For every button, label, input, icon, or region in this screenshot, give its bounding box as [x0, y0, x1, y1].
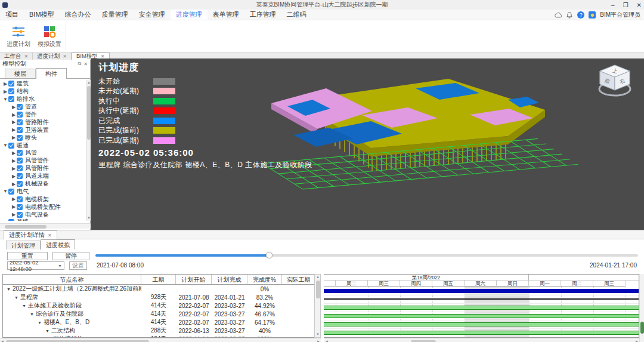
menu-item-6[interactable]: 表单管理 — [208, 10, 244, 20]
gantt-horizontal-scrollbar[interactable]: ◄ ► — [324, 338, 639, 342]
expand-icon[interactable]: ▶ — [11, 204, 17, 209]
table-row[interactable]: ▼二次结构288天2022-06-132023-03-2740% — [3, 326, 320, 335]
checkbox-checked[interactable] — [17, 104, 23, 110]
timeline-slider[interactable] — [95, 254, 638, 257]
tab-close-icon[interactable]: ✕ — [48, 233, 52, 238]
gantt-bar-green[interactable] — [324, 322, 639, 326]
checkbox-checked[interactable] — [8, 189, 14, 195]
checkbox-checked[interactable] — [17, 204, 23, 210]
column-header-2[interactable]: 计划开始 — [176, 275, 212, 284]
menu-item-2[interactable]: 综合办公 — [60, 10, 97, 20]
table-row[interactable]: ▼综合诊疗及住院部414天2022-02-072023-03-2746.67% — [3, 310, 320, 318]
checkbox-checked[interactable] — [17, 181, 23, 187]
checkbox-checked[interactable] — [17, 158, 23, 164]
checkbox-checked[interactable] — [17, 173, 23, 179]
table-vertical-scrollbar[interactable]: ▲ ▼ — [314, 274, 321, 338]
tree-item-0[interactable]: ▶建筑 — [0, 80, 86, 88]
checkbox-checked[interactable] — [17, 212, 23, 218]
checkbox-checked[interactable] — [17, 112, 23, 118]
doc-tab-1[interactable]: 进度计划✕ — [33, 53, 72, 60]
expand-icon[interactable]: ▶ — [2, 89, 8, 94]
dock-icon[interactable]: ⧉ — [78, 61, 82, 67]
tree-vertical-scrollbar[interactable]: ▲ ▼ — [86, 80, 91, 221]
collapse-icon[interactable]: ▼ — [14, 295, 18, 300]
checkbox-checked[interactable] — [8, 96, 14, 102]
gantt-bar-green[interactable] — [324, 331, 639, 335]
expand-icon[interactable]: ▶ — [11, 174, 17, 179]
expand-icon[interactable]: ▶ — [11, 181, 17, 187]
collapse-icon[interactable]: ▼ — [45, 329, 49, 333]
slider-handle[interactable] — [266, 252, 273, 258]
collapse-icon[interactable]: ▼ — [22, 304, 26, 308]
menu-item-4[interactable]: 安全管理 — [134, 10, 171, 20]
collapse-icon[interactable]: ▼ — [38, 321, 42, 325]
collapse-icon[interactable]: ▼ — [2, 189, 8, 194]
tree-item-1[interactable]: ▶结构 — [0, 88, 86, 95]
table-row[interactable]: ▼裙楼A、E、B、D414天2022-02-072023-03-2764.17% — [3, 318, 320, 326]
maximize-button[interactable]: ❐ — [623, 2, 628, 8]
expand-icon[interactable]: ▶ — [11, 212, 17, 217]
gantt-bar-black[interactable] — [324, 298, 639, 300]
3d-viewport[interactable]: 计划进度 未开始未开始(延期)执行中执行中(延期)已完成已完成(提前)已完成(延… — [91, 58, 644, 230]
checkbox-checked[interactable] — [17, 165, 23, 171]
expand-icon[interactable]: ▶ — [11, 104, 17, 110]
view-cube[interactable]: 上 前 右 — [593, 61, 637, 103]
collapse-icon[interactable]: ▼ — [2, 143, 8, 148]
tree-item-4[interactable]: ▶管件 — [0, 111, 86, 119]
tree-item-12[interactable]: ▶风道末端 — [0, 172, 86, 180]
expand-icon[interactable]: ▶ — [11, 135, 17, 140]
tab-plan-management[interactable]: 计划管理 — [6, 241, 41, 249]
expand-icon[interactable]: ▶ — [11, 127, 17, 133]
tree-item-17[interactable]: ▶电气设备 — [0, 211, 86, 218]
menu-item-1[interactable]: BIM模型 — [24, 10, 60, 20]
detail-tab[interactable]: 进度计划详情 ✕ — [4, 230, 57, 239]
column-header-5[interactable]: 实际工期 — [282, 275, 315, 284]
tree-item-5[interactable]: ▶管路附件 — [0, 118, 86, 126]
table-row[interactable]: 砌体墙结构134天2022-11-142023-03-27100% — [3, 335, 320, 338]
doc-tab-0[interactable]: 工作台✕ — [0, 53, 33, 60]
checkbox-checked[interactable] — [8, 143, 14, 149]
collapse-icon[interactable]: ▼ — [30, 312, 34, 316]
tree-item-3[interactable]: ▶管道 — [0, 103, 86, 111]
tree-item-13[interactable]: ▶机械设备 — [0, 180, 86, 188]
expand-icon[interactable]: ▶ — [11, 166, 17, 171]
expand-icon[interactable]: ▶ — [11, 196, 17, 202]
gantt-vertical-scrollbar[interactable] — [639, 274, 644, 342]
close-button[interactable]: ✕ — [637, 2, 642, 8]
tab-close-icon[interactable]: ✕ — [63, 54, 67, 59]
checkbox-checked[interactable] — [17, 127, 23, 133]
column-header-3[interactable]: 计划完成 — [212, 275, 247, 284]
tree-item-9[interactable]: ▶风管 — [0, 149, 86, 157]
checkbox-checked[interactable] — [8, 88, 14, 94]
tree-item-10[interactable]: ▶风管管件 — [0, 157, 86, 165]
progress-plan-tool-button[interactable]: 进度计划 — [4, 23, 33, 50]
user-name[interactable]: BIM平台管理员 — [600, 11, 640, 19]
cloud-icon[interactable] — [555, 11, 562, 19]
checkbox-checked[interactable] — [17, 135, 23, 141]
checkbox-checked[interactable] — [8, 81, 14, 87]
checkbox-checked[interactable] — [17, 119, 23, 125]
menu-item-0[interactable]: 项目 — [0, 10, 24, 20]
tree-item-14[interactable]: ▼电气 — [0, 187, 86, 195]
simulation-settings-tool-button[interactable]: 模拟设置 — [35, 23, 64, 50]
panel-close-icon[interactable]: ✕ — [83, 61, 88, 67]
column-header-0[interactable]: 节点名称 — [3, 275, 141, 284]
menu-item-8[interactable]: 二维码 — [281, 10, 312, 20]
table-row[interactable]: ▼里程牌928天2021-07-082024-01-2183.2% — [3, 293, 320, 301]
tree-item-18[interactable]: ▼幕墙 — [0, 218, 86, 221]
tab-floors[interactable]: 楼层 — [5, 69, 36, 78]
collapse-icon[interactable]: ▼ — [2, 220, 8, 221]
checkbox-checked[interactable] — [8, 219, 14, 221]
bell-icon[interactable] — [566, 11, 573, 19]
gantt-bar-blue[interactable] — [324, 289, 639, 293]
tree-item-16[interactable]: ▶电缆桥架配件 — [0, 203, 86, 211]
expand-icon[interactable]: ▶ — [11, 150, 17, 156]
help-icon[interactable]: ? — [577, 11, 584, 19]
column-header-4[interactable]: 完成度% — [247, 275, 282, 284]
expand-icon[interactable]: ▶ — [11, 119, 17, 125]
tree-item-15[interactable]: ▶电缆桥架 — [0, 195, 86, 203]
tree-item-2[interactable]: ▼给排水 — [0, 95, 86, 103]
tree-item-11[interactable]: ▶风管附件 — [0, 165, 86, 172]
expand-icon[interactable]: ▶ — [11, 158, 17, 164]
tree-item-6[interactable]: ▶卫浴装置 — [0, 126, 86, 134]
